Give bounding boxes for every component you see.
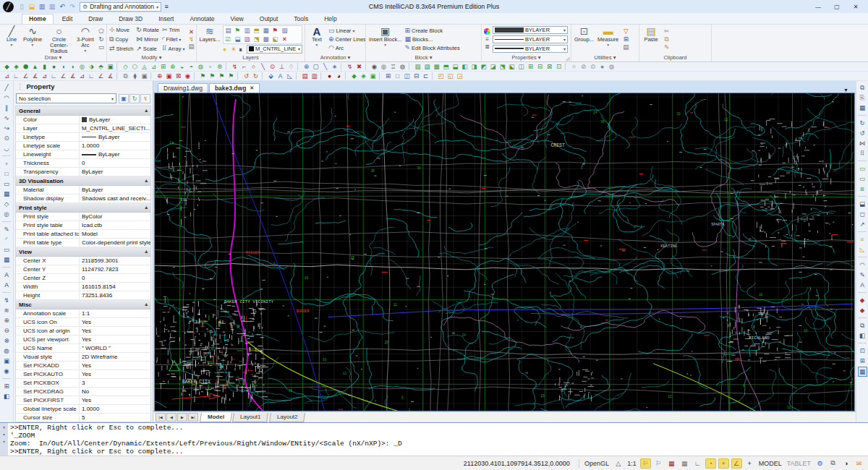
toolbar-icon[interactable]: ◗ bbox=[68, 62, 77, 71]
toolbar-icon[interactable]: ▣ bbox=[2, 356, 12, 367]
toolbar-icon[interactable]: ⬡ bbox=[130, 62, 140, 71]
property-value[interactable]: Color-dependent print style bbox=[80, 239, 150, 246]
ribbon-array-button[interactable]: ⠿Array▾ bbox=[162, 44, 185, 54]
annotation-scale-value[interactable]: 1:1 bbox=[626, 460, 638, 467]
property-value[interactable]: M_CNTRL_LINE_SECTI... bbox=[80, 125, 150, 132]
property-value[interactable]: 0 bbox=[80, 160, 150, 166]
property-row[interactable]: Linetype scale1.0000 bbox=[16, 142, 150, 150]
property-value[interactable]: Yes bbox=[80, 319, 150, 325]
toolbar-icon[interactable]: ∡ bbox=[68, 72, 77, 80]
annotation-autoscale-icon[interactable]: ⚐ bbox=[653, 458, 664, 469]
toolbar-icon[interactable]: ◨ bbox=[469, 62, 479, 71]
toolbar-icon[interactable]: ▫ bbox=[2, 159, 12, 169]
toolbar-icon[interactable]: ⚑ bbox=[226, 72, 236, 80]
property-value[interactable]: 1:1 bbox=[80, 310, 150, 317]
toolbar-icon[interactable]: ◫ bbox=[516, 62, 526, 71]
toolbar-icon[interactable]: ▢ bbox=[311, 62, 320, 71]
toolbar-icon[interactable]: ⊕ bbox=[168, 62, 177, 71]
ortho-icon[interactable]: ∟ bbox=[692, 458, 703, 469]
property-value[interactable]: Model bbox=[80, 231, 150, 237]
toolbar-icon[interactable]: ◆ bbox=[349, 72, 359, 80]
toolbar-icon[interactable]: ⊡ bbox=[858, 346, 867, 356]
toolbar-icon[interactable]: ◍ bbox=[398, 62, 407, 71]
toolbar-icon[interactable]: ◲ bbox=[455, 72, 464, 80]
toolbar-icon[interactable]: ⬙ bbox=[266, 72, 276, 80]
property-value[interactable]: ByLayer bbox=[80, 151, 150, 158]
toolbar-icon[interactable]: ▲ bbox=[30, 62, 40, 71]
toolbar-icon[interactable]: ⊞ bbox=[526, 62, 535, 71]
panel-caption-annotation[interactable]: Annotation ▾ bbox=[305, 54, 365, 61]
toolbar-icon[interactable]: ≋ bbox=[2, 306, 12, 316]
layer-tool-icon[interactable]: ☑ bbox=[224, 35, 233, 43]
toolbar-icon[interactable]: ⊕ bbox=[2, 316, 12, 326]
toolbar-icon[interactable]: ◎ bbox=[77, 62, 87, 71]
property-section-3d-visualisation[interactable]: 3D Visualisation▴ bbox=[16, 176, 150, 186]
property-value[interactable]: ByLayer bbox=[80, 116, 150, 123]
toolbar-icon[interactable]: ▧ bbox=[413, 62, 422, 71]
ribbon-rotate-button[interactable]: ↻Rotate bbox=[136, 25, 159, 35]
toolbar-icon[interactable]: ⊟ bbox=[412, 72, 421, 80]
property-section-misc[interactable]: Misc▴ bbox=[16, 300, 150, 309]
toolbar-icon[interactable]: ⬕ bbox=[507, 62, 516, 71]
ribbon-match-properties-button[interactable]: ▤ bbox=[189, 43, 195, 50]
toolbar-icon[interactable]: ◓ bbox=[187, 62, 196, 71]
toolbar-icon[interactable]: ⋈ bbox=[858, 139, 867, 149]
annotation-visibility-icon[interactable]: ⚐ bbox=[640, 458, 651, 469]
panel-caption-layers[interactable]: Layers bbox=[197, 54, 305, 61]
property-section-general[interactable]: General▴ bbox=[16, 106, 150, 116]
toolbar-icon[interactable]: ⊠ bbox=[174, 72, 183, 80]
toolbar-icon[interactable]: ◕ bbox=[334, 72, 344, 80]
toolbar-icon[interactable]: ↯ bbox=[230, 62, 239, 71]
layer-tool-icon[interactable]: ✕ bbox=[280, 35, 289, 43]
toolbar-icon[interactable]: ↗ bbox=[858, 220, 867, 230]
property-value[interactable]: Shadows cast and receiv... bbox=[80, 195, 150, 202]
toolbar-icon[interactable]: ⠿ bbox=[858, 149, 867, 159]
toolbar-icon[interactable]: ⬢ bbox=[21, 62, 30, 71]
property-row[interactable]: MaterialByLayer bbox=[16, 186, 150, 195]
toolbar-icon[interactable]: ♖ bbox=[388, 62, 398, 71]
close-button[interactable]: ✕ bbox=[846, 4, 865, 10]
undo-icon[interactable]: ↶ bbox=[57, 3, 67, 10]
toolbar-icon[interactable]: ▤ bbox=[300, 72, 310, 80]
toolbar-icon[interactable]: ◪ bbox=[488, 62, 498, 71]
toolbar-icon[interactable]: ⊙ bbox=[588, 62, 597, 71]
toolbar-icon[interactable]: ∡ bbox=[30, 72, 40, 80]
toolbar-icon[interactable]: ○ bbox=[249, 62, 258, 71]
property-value[interactable]: 0 bbox=[80, 275, 150, 281]
annotation-scale-icon[interactable]: △ bbox=[613, 458, 624, 469]
toolbar-icon[interactable]: ⊕ bbox=[302, 62, 311, 71]
toolbar-icon[interactable]: ○ bbox=[569, 62, 579, 71]
toolbar-icon[interactable]: ● bbox=[597, 62, 607, 71]
toolbar-icon[interactable]: ∟ bbox=[87, 72, 96, 80]
entity-snap-icon[interactable]: ◔ bbox=[705, 458, 716, 469]
property-row[interactable]: Annotation scale1:1 bbox=[16, 309, 150, 318]
ribbon-layers-button[interactable]: ≋Layers... bbox=[199, 26, 221, 52]
toolbar-icon[interactable]: ↝ bbox=[2, 124, 12, 134]
refresh-icon[interactable]: ↻ bbox=[129, 94, 140, 103]
toolbar-icon[interactable]: ⊙ bbox=[268, 62, 277, 71]
property-section-view[interactable]: View▴ bbox=[16, 247, 150, 257]
doc-tab-Drawing1-dwg[interactable]: Drawing1.dwg bbox=[158, 83, 208, 93]
ribbon-mirror-button[interactable]: ⋈Mirror bbox=[136, 35, 159, 44]
layer-tool-icon[interactable]: ⚑ bbox=[233, 26, 242, 35]
ribbon-linear-dimension-button[interactable]: ▭Linear▾ bbox=[328, 27, 363, 34]
toolbar-icon[interactable]: ⧉ bbox=[858, 321, 867, 331]
save-as-icon[interactable]: ▥ bbox=[47, 3, 57, 10]
menu-tab-help[interactable]: Help bbox=[317, 14, 344, 24]
toolbar-icon[interactable]: ✎ bbox=[858, 270, 867, 281]
ribbon-move-button[interactable]: ⊹Move bbox=[109, 25, 133, 35]
toolbar-icon[interactable]: ⬗ bbox=[87, 62, 96, 71]
toolbar-icon[interactable]: ◩ bbox=[479, 62, 488, 71]
layer-freeze-icon[interactable]: ☀ bbox=[231, 45, 238, 54]
toolbar-icon[interactable]: A bbox=[858, 281, 867, 291]
toolbar-icon[interactable]: ◈ bbox=[359, 72, 368, 80]
toolbar-icon[interactable]: ▦ bbox=[2, 255, 12, 265]
select-entities-icon[interactable]: ▣ bbox=[119, 94, 129, 103]
property-value[interactable]: ByColor bbox=[80, 213, 150, 220]
property-value[interactable]: Yes bbox=[80, 328, 150, 334]
layer-tool-icon[interactable]: ⬓ bbox=[233, 35, 242, 43]
panel-caption-properties[interactable]: Properties ▾ bbox=[482, 54, 571, 61]
toolbar-icon[interactable]: ⊛ bbox=[215, 62, 224, 71]
map-drawing[interactable]: 3019181225241361213612136313012251218624… bbox=[155, 93, 854, 411]
ribbon-polygon-button[interactable]: ⬠ bbox=[98, 28, 104, 35]
